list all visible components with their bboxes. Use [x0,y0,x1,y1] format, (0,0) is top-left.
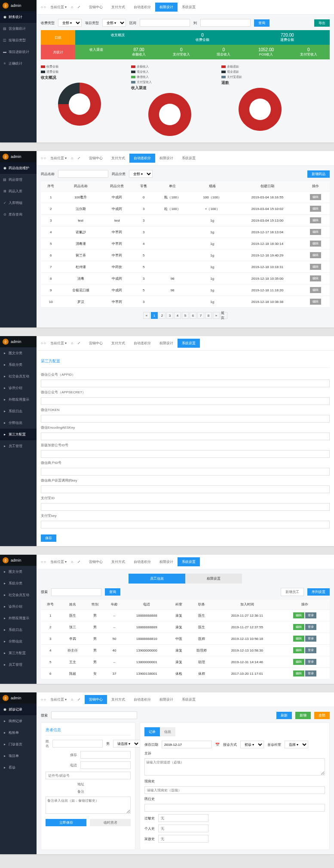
page-button[interactable]: 3 [166,312,173,319]
side-item[interactable]: ▸诊所介绍 [0,382,37,394]
info-tab[interactable]: 信息 [160,727,175,736]
add-staff-button[interactable]: 新增员工 [281,588,304,596]
allergy-input[interactable] [158,814,208,822]
edit-button[interactable]: 编辑 [310,252,321,258]
save-now-button[interactable]: 立即保存 [46,819,86,826]
login-button[interactable]: 登录 [305,647,316,653]
side-title[interactable]: ◉药品信息维护 [0,162,37,174]
side-item[interactable]: ▸门诊首页 [0,738,37,750]
add-medicine-button[interactable]: 新增药品 [307,170,330,178]
temp-patient-button[interactable]: 临时患者 [90,819,131,826]
edit-button[interactable]: 编辑 [310,206,321,212]
tab[interactable]: 系统设置 [178,695,200,704]
edit-button[interactable]: 编辑 [293,612,304,618]
side-item[interactable]: ▸外部应用显示 [0,394,37,405]
config-input[interactable] [41,468,330,476]
side-item[interactable]: ▤营业额统计 [0,23,37,34]
side-item[interactable]: ▸诊所介绍 [0,601,37,612]
tab[interactable]: 权限设计 [155,154,178,163]
side-item[interactable]: ▸员工管理 [0,440,37,452]
tab[interactable]: 自动送积分 [129,557,155,566]
side-item[interactable]: ▤药品管理 [0,174,37,185]
side-item[interactable]: ◫按项目类型 [0,34,37,46]
type-select[interactable]: 初诊 ▾ [240,741,264,748]
expand-icon[interactable]: ⤢ [77,5,80,9]
tab[interactable]: 权限设计 [155,557,178,566]
edit-button[interactable]: 编辑 [293,647,304,653]
side-item[interactable]: ⊞药品入库 [0,185,37,197]
sel[interactable]: 请选择 ▾ [113,740,140,748]
side-title[interactable]: ◉就诊记录 [0,704,37,715]
add-button[interactable]: 新增 [295,712,311,719]
edit-button[interactable]: 编辑 [293,670,304,676]
page-button[interactable]: 6 [190,312,196,319]
id-input[interactable] [46,772,131,779]
page-button[interactable]: 1 [151,312,158,319]
side-item[interactable]: ▬项目进款统计 [0,46,37,58]
config-input[interactable] [41,485,330,493]
tab[interactable]: 营销中心 [85,557,107,566]
side-item[interactable]: ▸员工管理 [0,659,37,670]
search-input[interactable] [51,711,137,719]
config-input[interactable] [41,521,330,528]
name-input[interactable] [52,740,103,748]
pill-perm[interactable]: 权限设置 [185,574,242,584]
remark-textarea[interactable] [46,797,131,814]
edit-button[interactable]: 编辑 [310,275,321,281]
fee-type-select[interactable]: 全部 ▾ [58,19,82,27]
calendar-icon[interactable]: 📅 [215,743,220,747]
side-item[interactable]: ▸分部信息 [0,417,37,429]
phone-input[interactable] [80,761,131,769]
save-button[interactable]: 保存 [41,534,56,542]
page-button[interactable]: 5 [182,312,189,319]
tab[interactable]: 权限设计 [155,695,178,704]
login-button[interactable]: 登录 [305,670,316,676]
side-item[interactable]: ✓入库明细 [0,197,37,209]
tab[interactable]: 自动送积分 [129,3,155,12]
config-input[interactable] [41,415,330,423]
tab[interactable]: 权限设计 [155,339,178,348]
tab[interactable]: 营销中心 [85,339,107,348]
tab[interactable]: 系统设置 [178,154,200,163]
rec-tab[interactable]: 记录 [144,727,160,736]
edit-button[interactable]: 编辑 [310,264,321,270]
tab[interactable]: 营销中心 [85,154,107,163]
side-item[interactable]: ▸系统分类 [0,578,37,589]
side-item[interactable]: ≡正确统计 [0,58,37,69]
side-item[interactable]: ▸检验单 [0,727,37,738]
date-input[interactable] [162,741,212,748]
login-button[interactable]: 登录 [305,659,316,665]
edit-button[interactable]: 编辑 [310,229,321,235]
tab[interactable]: 系统设置 [178,557,200,566]
tab[interactable]: 支付方式 [107,3,129,12]
tab[interactable]: 自动送积分 [129,154,155,163]
tab[interactable]: 系统设置 [178,339,200,348]
save-input[interactable] [80,751,131,759]
side-item[interactable]: ▸病例记录 [0,715,37,727]
edit-button[interactable]: 编辑 [293,624,304,630]
page-button[interactable]: « [143,312,150,319]
dept-select[interactable]: 选择 ▾ [285,741,308,748]
side-item[interactable]: ▸外部应用显示 [0,612,37,624]
stat-tab-day[interactable]: 日统 [41,30,75,45]
edit-button[interactable]: 编辑 [293,636,304,642]
page-button[interactable]: 8 [205,312,212,319]
side-item[interactable]: ▸第三方配置 [0,647,37,659]
side-item[interactable]: ⊙库存查询 [0,209,37,220]
now-input[interactable] [144,786,325,794]
side-item[interactable]: ▸第三方配置 [0,429,37,440]
tab[interactable]: 支付方式 [107,154,129,163]
side-item[interactable]: ▸图文分类 [0,347,37,359]
login-button[interactable]: 登录 [305,624,316,630]
edit-button[interactable]: 编辑 [310,241,321,247]
pill-staff[interactable]: 员工信息 [129,574,185,584]
edit-button[interactable]: 编辑 [310,217,321,223]
tab[interactable]: 系统设置 [178,3,200,12]
side-item[interactable]: ▸项目单 [0,750,37,762]
person-input[interactable] [158,825,208,832]
side-item[interactable]: ▸图文分类 [0,566,37,578]
side-item[interactable]: ▸看诊 [0,762,37,773]
search-button[interactable]: 查询 [254,19,270,27]
breadcrumb[interactable]: 当前位置 ▾ [50,5,67,9]
proj-type-select[interactable]: 全部 ▾ [102,19,126,27]
